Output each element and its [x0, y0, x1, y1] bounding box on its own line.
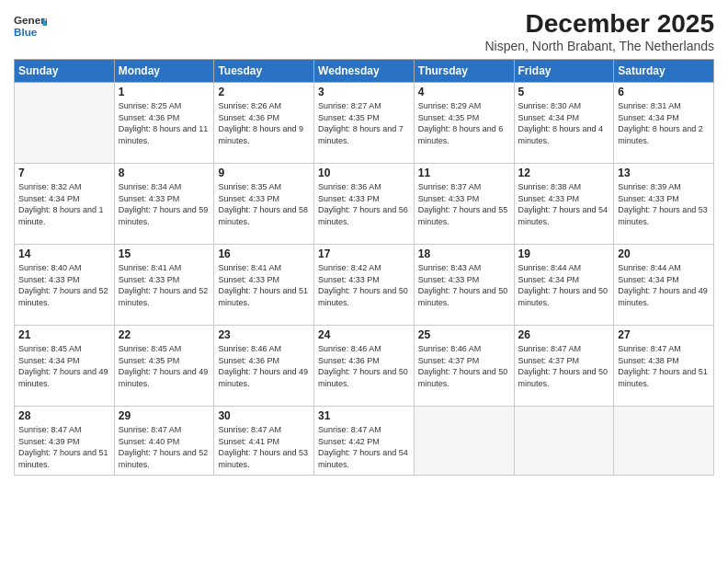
day-info: Sunrise: 8:46 AM Sunset: 4:37 PM Dayligh…	[418, 343, 510, 389]
header-thursday: Thursday	[414, 60, 514, 83]
day-info: Sunrise: 8:44 AM Sunset: 4:34 PM Dayligh…	[518, 262, 610, 308]
page: General Blue December 2025 Nispen, North…	[0, 0, 728, 563]
calendar-header-row: Sunday Monday Tuesday Wednesday Thursday…	[15, 60, 714, 83]
day-number: 5	[518, 86, 610, 98]
header-sunday: Sunday	[15, 60, 115, 83]
header: General Blue December 2025 Nispen, North…	[14, 9, 714, 53]
table-row: 28 Sunrise: 8:47 AM Sunset: 4:39 PM Dayl…	[15, 407, 115, 476]
day-info: Sunrise: 8:35 AM Sunset: 4:33 PM Dayligh…	[218, 181, 310, 227]
day-info: Sunrise: 8:43 AM Sunset: 4:33 PM Dayligh…	[418, 262, 510, 308]
day-number: 12	[518, 167, 610, 179]
day-info: Sunrise: 8:39 AM Sunset: 4:33 PM Dayligh…	[618, 181, 710, 227]
table-row: 23 Sunrise: 8:46 AM Sunset: 4:36 PM Dayl…	[214, 326, 314, 407]
day-number: 4	[418, 86, 510, 98]
day-info: Sunrise: 8:37 AM Sunset: 4:33 PM Dayligh…	[418, 181, 510, 227]
day-info: Sunrise: 8:41 AM Sunset: 4:33 PM Dayligh…	[218, 262, 310, 308]
table-row	[614, 407, 714, 476]
table-row: 19 Sunrise: 8:44 AM Sunset: 4:34 PM Dayl…	[514, 245, 614, 326]
table-row: 17 Sunrise: 8:42 AM Sunset: 4:33 PM Dayl…	[314, 245, 415, 326]
day-info: Sunrise: 8:47 AM Sunset: 4:38 PM Dayligh…	[618, 343, 710, 389]
table-row: 9 Sunrise: 8:35 AM Sunset: 4:33 PM Dayli…	[214, 164, 314, 245]
day-number: 9	[218, 167, 310, 179]
day-number: 18	[418, 247, 510, 260]
day-number: 13	[618, 167, 710, 179]
day-info: Sunrise: 8:46 AM Sunset: 4:36 PM Dayligh…	[318, 343, 410, 389]
table-row	[15, 83, 115, 164]
logo-icon: General Blue	[14, 9, 47, 42]
month-title: December 2025	[484, 9, 714, 39]
table-row: 20 Sunrise: 8:44 AM Sunset: 4:34 PM Dayl…	[614, 245, 714, 326]
svg-text:Blue: Blue	[14, 26, 38, 38]
day-info: Sunrise: 8:44 AM Sunset: 4:34 PM Dayligh…	[618, 262, 710, 308]
table-row: 7 Sunrise: 8:32 AM Sunset: 4:34 PM Dayli…	[15, 164, 115, 245]
day-info: Sunrise: 8:45 AM Sunset: 4:35 PM Dayligh…	[119, 343, 210, 389]
table-row: 2 Sunrise: 8:26 AM Sunset: 4:36 PM Dayli…	[214, 83, 314, 164]
table-row	[514, 407, 614, 476]
day-number: 17	[318, 247, 410, 260]
table-row: 4 Sunrise: 8:29 AM Sunset: 4:35 PM Dayli…	[414, 83, 514, 164]
location-title: Nispen, North Brabant, The Netherlands	[484, 39, 714, 53]
table-row: 29 Sunrise: 8:47 AM Sunset: 4:40 PM Dayl…	[114, 407, 214, 476]
table-row: 31 Sunrise: 8:47 AM Sunset: 4:42 PM Dayl…	[314, 407, 415, 476]
header-tuesday: Tuesday	[214, 60, 314, 83]
day-info: Sunrise: 8:47 AM Sunset: 4:42 PM Dayligh…	[318, 424, 410, 470]
day-info: Sunrise: 8:40 AM Sunset: 4:33 PM Dayligh…	[18, 262, 110, 308]
day-info: Sunrise: 8:27 AM Sunset: 4:35 PM Dayligh…	[318, 100, 410, 146]
day-number: 1	[119, 86, 210, 98]
day-number: 14	[18, 247, 110, 260]
day-number: 15	[119, 247, 210, 260]
day-number: 7	[18, 167, 110, 179]
day-number: 2	[218, 86, 310, 98]
day-number: 26	[518, 328, 610, 341]
table-row: 3 Sunrise: 8:27 AM Sunset: 4:35 PM Dayli…	[314, 83, 415, 164]
day-info: Sunrise: 8:47 AM Sunset: 4:40 PM Dayligh…	[119, 424, 210, 470]
table-row: 18 Sunrise: 8:43 AM Sunset: 4:33 PM Dayl…	[414, 245, 514, 326]
table-row: 8 Sunrise: 8:34 AM Sunset: 4:33 PM Dayli…	[114, 164, 214, 245]
day-number: 31	[318, 409, 410, 422]
day-number: 3	[318, 86, 410, 98]
table-row: 6 Sunrise: 8:31 AM Sunset: 4:34 PM Dayli…	[614, 83, 714, 164]
table-row: 16 Sunrise: 8:41 AM Sunset: 4:33 PM Dayl…	[214, 245, 314, 326]
day-number: 27	[618, 328, 710, 341]
table-row: 1 Sunrise: 8:25 AM Sunset: 4:36 PM Dayli…	[114, 83, 214, 164]
day-number: 23	[218, 328, 310, 341]
day-number: 22	[119, 328, 210, 341]
day-number: 21	[18, 328, 110, 341]
day-number: 16	[218, 247, 310, 260]
table-row: 26 Sunrise: 8:47 AM Sunset: 4:37 PM Dayl…	[514, 326, 614, 407]
table-row: 15 Sunrise: 8:41 AM Sunset: 4:33 PM Dayl…	[114, 245, 214, 326]
day-info: Sunrise: 8:45 AM Sunset: 4:34 PM Dayligh…	[18, 343, 110, 389]
header-monday: Monday	[114, 60, 214, 83]
day-info: Sunrise: 8:25 AM Sunset: 4:36 PM Dayligh…	[119, 100, 210, 146]
day-info: Sunrise: 8:41 AM Sunset: 4:33 PM Dayligh…	[119, 262, 210, 308]
table-row: 25 Sunrise: 8:46 AM Sunset: 4:37 PM Dayl…	[414, 326, 514, 407]
day-info: Sunrise: 8:42 AM Sunset: 4:33 PM Dayligh…	[318, 262, 410, 308]
day-number: 24	[318, 328, 410, 341]
table-row: 27 Sunrise: 8:47 AM Sunset: 4:38 PM Dayl…	[614, 326, 714, 407]
logo: General Blue	[14, 9, 51, 42]
day-number: 29	[119, 409, 210, 422]
table-row: 12 Sunrise: 8:38 AM Sunset: 4:33 PM Dayl…	[514, 164, 614, 245]
day-number: 28	[18, 409, 110, 422]
header-friday: Friday	[514, 60, 614, 83]
day-number: 10	[318, 167, 410, 179]
title-section: December 2025 Nispen, North Brabant, The…	[484, 9, 714, 53]
header-wednesday: Wednesday	[314, 60, 415, 83]
calendar: Sunday Monday Tuesday Wednesday Thursday…	[14, 59, 714, 476]
day-info: Sunrise: 8:47 AM Sunset: 4:41 PM Dayligh…	[218, 424, 310, 470]
header-saturday: Saturday	[614, 60, 714, 83]
table-row	[414, 407, 514, 476]
table-row: 14 Sunrise: 8:40 AM Sunset: 4:33 PM Dayl…	[15, 245, 115, 326]
day-info: Sunrise: 8:32 AM Sunset: 4:34 PM Dayligh…	[18, 181, 110, 227]
day-info: Sunrise: 8:30 AM Sunset: 4:34 PM Dayligh…	[518, 100, 610, 146]
svg-text:General: General	[14, 14, 47, 26]
day-info: Sunrise: 8:38 AM Sunset: 4:33 PM Dayligh…	[518, 181, 610, 227]
table-row: 21 Sunrise: 8:45 AM Sunset: 4:34 PM Dayl…	[15, 326, 115, 407]
day-info: Sunrise: 8:47 AM Sunset: 4:37 PM Dayligh…	[518, 343, 610, 389]
day-number: 30	[218, 409, 310, 422]
day-info: Sunrise: 8:29 AM Sunset: 4:35 PM Dayligh…	[418, 100, 510, 146]
day-number: 11	[418, 167, 510, 179]
day-number: 6	[618, 86, 710, 98]
table-row: 30 Sunrise: 8:47 AM Sunset: 4:41 PM Dayl…	[214, 407, 314, 476]
day-info: Sunrise: 8:34 AM Sunset: 4:33 PM Dayligh…	[119, 181, 210, 227]
